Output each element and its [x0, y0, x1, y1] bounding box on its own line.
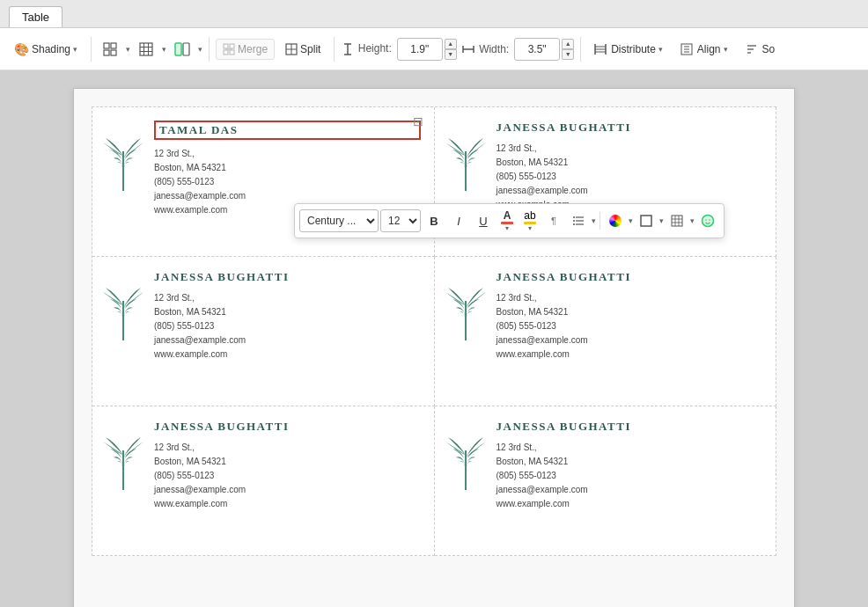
height-spinner: ▲ ▼: [445, 39, 457, 60]
addr-line3-1: (805) 555-0123: [154, 175, 421, 189]
label-cell-6[interactable]: JANESSA BUGHATTI 12 3rd St., Boston, MA …: [435, 406, 777, 556]
svg-point-42: [573, 223, 575, 225]
svg-rect-44: [672, 216, 682, 226]
palm-icon-6: [444, 424, 488, 494]
underline-button[interactable]: U: [472, 209, 495, 232]
font-size-select[interactable]: 12: [380, 209, 421, 232]
font-color-button[interactable]: A ▾: [497, 207, 518, 235]
table-tab[interactable]: Table: [9, 6, 63, 27]
palm-icon-1: [101, 125, 145, 195]
width-input[interactable]: [514, 38, 560, 61]
grid-chevron-2: ▾: [162, 45, 166, 54]
palm-icon-2: [444, 125, 488, 195]
palm-icon-3: [101, 274, 145, 345]
label-cell-3[interactable]: JANESSA BUGHATTI 12 3rd St., Boston, MA …: [92, 257, 435, 406]
svg-point-51: [709, 219, 710, 221]
label-content-5: JANESSA BUGHATTI 12 3rd St., Boston, MA …: [154, 420, 421, 511]
align-button[interactable]: Align ▾: [673, 39, 735, 60]
addr-line3-2: (805) 555-0123: [497, 170, 763, 184]
color-circle-button[interactable]: [604, 209, 627, 232]
align-label: Align: [697, 43, 721, 55]
tab-bar: Table: [0, 0, 868, 28]
split-button[interactable]: Split: [278, 39, 327, 60]
svg-rect-13: [224, 50, 228, 55]
sort-button[interactable]: So: [739, 39, 783, 60]
addr-line4-2: janessa@example.com: [497, 184, 763, 198]
svg-rect-2: [104, 50, 109, 55]
height-label: Height:: [341, 42, 393, 55]
distribute-button[interactable]: Distribute ▾: [587, 39, 670, 60]
italic-button[interactable]: I: [447, 209, 470, 232]
shading-button[interactable]: 🎨 Shading ▾: [7, 38, 85, 61]
svg-point-50: [705, 219, 707, 221]
merge-button[interactable]: Merge: [216, 39, 275, 60]
svg-rect-4: [140, 43, 152, 55]
height-input[interactable]: [397, 38, 443, 61]
label-cell-5[interactable]: JANESSA BUGHATTI 12 3rd St., Boston, MA …: [92, 406, 435, 556]
addr-line2-1: Boston, MA 54321: [154, 161, 421, 175]
table-grid-button[interactable]: [666, 209, 688, 232]
align-chevron: ▾: [724, 45, 728, 54]
svg-rect-14: [230, 50, 234, 55]
width-up[interactable]: ▲: [562, 39, 574, 49]
grid-icon-2[interactable]: [134, 37, 158, 62]
svg-rect-0: [104, 43, 109, 48]
svg-rect-3: [111, 50, 116, 55]
svg-point-40: [573, 216, 575, 218]
distribute-label: Distribute: [611, 43, 656, 55]
layout-icon[interactable]: [170, 37, 195, 62]
width-spinner: ▲ ▼: [562, 39, 574, 60]
label-address-2: 12 3rd St., Boston, MA 54321 (805) 555-0…: [497, 142, 763, 212]
text-style-button[interactable]: ¶: [542, 209, 565, 232]
addr-line2-2: Boston, MA 54321: [497, 156, 763, 170]
list-button[interactable]: [567, 209, 590, 232]
content-area: Century ... 12 B I U A ▾ ab ▾ ¶: [0, 70, 868, 607]
grid-icon-1[interactable]: [98, 37, 122, 62]
label-cell-4[interactable]: JANESSA BUGHATTI 12 3rd St., Boston, MA …: [435, 257, 777, 406]
label-content-2: JANESSA BUGHATTI 12 3rd St., Boston, MA …: [497, 121, 763, 212]
layout-chevron: ▾: [198, 45, 202, 54]
label-name-5: JANESSA BUGHATTI: [154, 420, 421, 434]
separator-1: [91, 37, 92, 62]
grid-chevron-1: ▾: [126, 45, 130, 54]
distribute-chevron: ▾: [658, 45, 663, 54]
font-family-select[interactable]: Century ...: [299, 209, 379, 232]
svg-rect-10: [183, 43, 189, 55]
bold-button[interactable]: B: [423, 209, 445, 232]
svg-point-49: [702, 216, 714, 227]
label-name-3: JANESSA BUGHATTI: [154, 270, 421, 284]
split-label: Split: [300, 43, 320, 55]
svg-rect-11: [224, 44, 228, 48]
highlight-button[interactable]: ab ▾: [519, 207, 541, 235]
addr-line1-2: 12 3rd St.,: [497, 142, 763, 156]
label-resize-1[interactable]: ⊡: [413, 114, 427, 128]
shading-icon: 🎨: [14, 42, 29, 56]
shading-label: Shading: [32, 43, 70, 55]
separator-4: [580, 37, 581, 62]
addr-line1-1: 12 3rd St.,: [154, 147, 421, 161]
width-down[interactable]: ▼: [562, 49, 574, 60]
ft-separator-1: [600, 212, 600, 230]
border-button[interactable]: [635, 209, 658, 232]
label-name-1: Tamal Das: [154, 121, 421, 140]
label-name-2: JANESSA BUGHATTI: [497, 121, 763, 135]
width-input-group: ▲ ▼: [514, 38, 574, 61]
width-label: Width:: [460, 43, 511, 55]
svg-point-41: [573, 220, 575, 222]
label-content-4: JANESSA BUGHATTI 12 3rd St., Boston, MA …: [497, 270, 763, 362]
palm-icon-4: [444, 274, 488, 345]
label-address-5: 12 3rd St., Boston, MA 54321 (805) 555-0…: [154, 441, 421, 511]
label-content-6: JANESSA BUGHATTI 12 3rd St., Boston, MA …: [497, 420, 763, 511]
label-content-3: JANESSA BUGHATTI 12 3rd St., Boston, MA …: [154, 270, 421, 362]
height-up[interactable]: ▲: [445, 39, 457, 49]
svg-rect-12: [230, 44, 234, 48]
float-toolbar: Century ... 12 B I U A ▾ ab ▾ ¶: [294, 203, 725, 238]
insert-button[interactable]: [696, 209, 719, 232]
label-address-4: 12 3rd St., Boston, MA 54321 (805) 555-0…: [497, 291, 763, 362]
height-down[interactable]: ▼: [445, 49, 457, 60]
svg-rect-1: [111, 43, 116, 48]
height-input-group: ▲ ▼: [397, 38, 457, 61]
sort-label: So: [762, 43, 776, 55]
addr-line4-1: janessa@example.com: [154, 189, 421, 203]
toolbar: 🎨 Shading ▾ ▾ ▾ ▾: [0, 28, 868, 70]
